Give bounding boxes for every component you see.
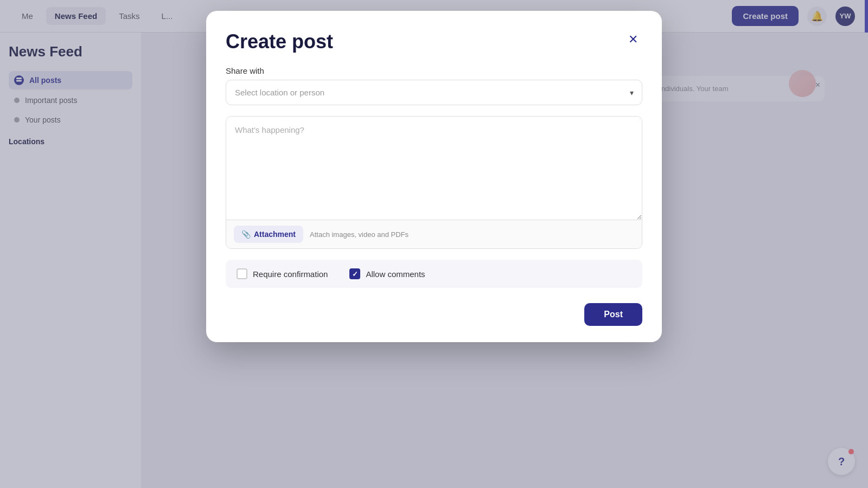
post-input-area: 📎 Attachment Attach images, video and PD… <box>226 116 642 249</box>
allow-comments-checkbox[interactable] <box>349 268 360 279</box>
create-post-modal: Create post ✕ Share with Select location… <box>206 11 662 342</box>
modal-close-button[interactable]: ✕ <box>624 30 642 49</box>
options-row: Require confirmation Allow comments <box>226 260 642 288</box>
attachment-bar: 📎 Attachment Attach images, video and PD… <box>226 220 642 248</box>
allow-comments-option[interactable]: Allow comments <box>349 268 425 279</box>
require-confirmation-label: Require confirmation <box>253 269 328 279</box>
require-confirmation-option[interactable]: Require confirmation <box>237 268 328 279</box>
attachment-hint: Attach images, video and PDFs <box>310 230 409 239</box>
attachment-button[interactable]: 📎 Attachment <box>234 226 303 243</box>
post-textarea[interactable] <box>226 117 642 220</box>
share-with-label: Share with <box>226 66 642 75</box>
paperclip-icon: 📎 <box>241 230 251 239</box>
modal-header: Create post ✕ <box>226 30 642 53</box>
location-select-wrapper: Select location or person ▾ <box>226 80 642 105</box>
allow-comments-label: Allow comments <box>366 269 425 279</box>
modal-title: Create post <box>226 30 333 53</box>
modal-footer: Post <box>226 303 642 326</box>
attachment-label: Attachment <box>254 230 296 239</box>
post-button[interactable]: Post <box>584 303 642 326</box>
location-select[interactable]: Select location or person <box>226 80 642 105</box>
require-confirmation-checkbox[interactable] <box>237 268 247 279</box>
